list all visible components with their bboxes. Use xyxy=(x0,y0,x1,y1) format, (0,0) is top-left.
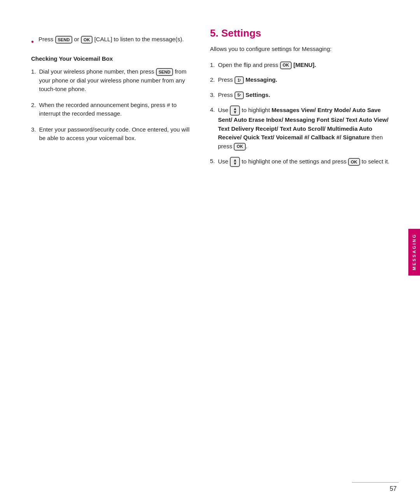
send-button-key: SEND xyxy=(55,36,73,44)
settings-label: Settings. xyxy=(245,91,270,98)
ok-button-key-1: OK xyxy=(81,36,93,44)
left-step-2-num: 2. xyxy=(31,101,36,110)
left-step-3-content: Enter your password/security code. Once … xyxy=(39,125,194,143)
nav-up-icon: ▲ ▼ xyxy=(230,157,240,167)
right-step-3-content: Press 5* Settings. xyxy=(218,91,270,100)
press-label: Press xyxy=(38,36,53,42)
bold-options: Messages View/ Entry Mode/ Auto Save Sen… xyxy=(218,107,388,140)
ok-key-step1: OK xyxy=(280,61,292,69)
right-step-3: 3. Press 5* Settings. xyxy=(210,91,397,100)
right-step-3-num: 3. xyxy=(210,91,215,100)
messaging-label: Messaging. xyxy=(245,76,277,83)
right-step-5-content: Use ▲ ▼ to highlight one of the settings… xyxy=(218,157,390,167)
right-numbered-list: 1. Open the flip and press OK [MENU]. 2.… xyxy=(210,61,397,167)
right-column: 5. Settings Allows you to configure sett… xyxy=(210,23,397,481)
sidebar-tab-label: MESSAGING xyxy=(412,234,416,270)
left-step-2: 2. When the recorded announcement begins… xyxy=(31,101,194,118)
section-intro: Allows you to configure settings for Mes… xyxy=(210,45,397,54)
left-step-1-content: Dial your wireless phone number, then pr… xyxy=(39,67,194,94)
right-step-1-num: 1. xyxy=(210,61,215,70)
left-step-3-num: 3. xyxy=(31,125,36,134)
menu-label: [MENU]. xyxy=(293,61,316,68)
divider xyxy=(352,482,399,483)
page-content: • Press SEND or OK [CALL] to listen to t… xyxy=(0,0,420,504)
section-title: 5. Settings xyxy=(210,27,397,39)
page-number: 57 xyxy=(390,485,397,492)
right-step-4: 4. Use ▲ ▼ to highlight Messages View/ E… xyxy=(210,105,397,151)
right-step-4-num: 4. xyxy=(210,105,215,114)
left-step-2-content: When the recorded announcement begins, p… xyxy=(39,101,194,118)
ok-key-step5: OK xyxy=(348,158,360,166)
send-key-step1: SEND xyxy=(156,68,173,76)
num-key-1: 1i xyxy=(234,76,244,84)
bullet-item: • Press SEND or OK [CALL] to listen to t… xyxy=(31,35,194,47)
num-key-5: 5* xyxy=(234,91,244,99)
bullet-dot: • xyxy=(31,36,34,47)
left-column: • Press SEND or OK [CALL] to listen to t… xyxy=(31,23,194,481)
left-numbered-list: 1. Dial your wireless phone number, then… xyxy=(31,67,194,143)
right-step-5: 5. Use ▲ ▼ to highlight one of the setti… xyxy=(210,157,397,167)
right-step-2: 2. Press 1i Messaging. xyxy=(210,76,397,84)
voicemail-heading: Checking Your Voicemail Box xyxy=(31,55,194,62)
left-step-1: 1. Dial your wireless phone number, then… xyxy=(31,67,194,94)
right-step-2-content: Press 1i Messaging. xyxy=(218,76,277,84)
bullet-text: Press SEND or OK [CALL] to listen to the… xyxy=(38,35,184,44)
or-text: or xyxy=(74,36,79,42)
right-step-1: 1. Open the flip and press OK [MENU]. xyxy=(210,61,397,70)
right-step-5-num: 5. xyxy=(210,157,215,166)
left-step-1-num: 1. xyxy=(31,67,36,76)
nav-down-icon: ▲ ▼ xyxy=(230,105,240,116)
left-step-3: 3. Enter your password/security code. On… xyxy=(31,125,194,143)
right-step-2-num: 2. xyxy=(210,76,215,84)
call-text: [CALL] to listen to the message(s). xyxy=(94,36,184,42)
right-step-4-content: Use ▲ ▼ to highlight Messages View/ Entr… xyxy=(218,105,397,151)
right-step-1-content: Open the flip and press OK [MENU]. xyxy=(218,61,316,70)
ok-key-step4: OK xyxy=(234,143,246,151)
sidebar-tab: MESSAGING xyxy=(408,229,420,276)
